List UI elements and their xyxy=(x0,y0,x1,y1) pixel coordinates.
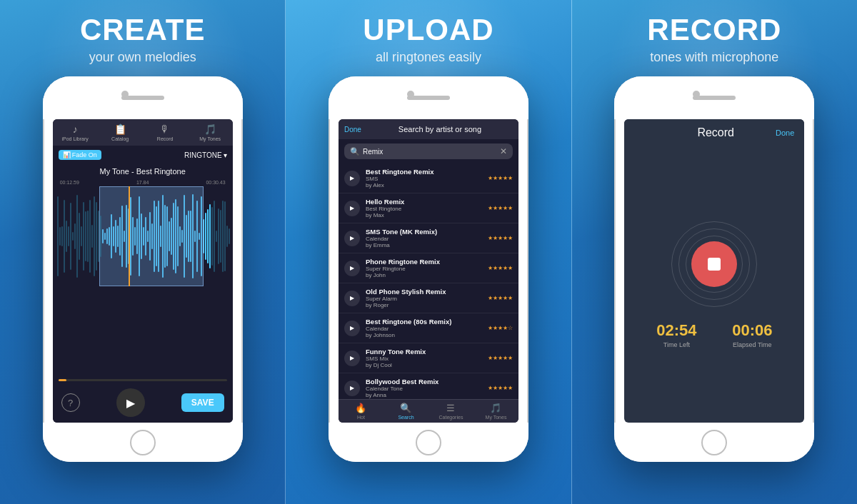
song-info: Hello Remix Best Ringtone by Max xyxy=(366,198,482,218)
song-play-button[interactable]: ▶ xyxy=(344,201,360,216)
tab-hot[interactable]: 🔥 Hot xyxy=(339,403,384,420)
help-icon: ? xyxy=(68,398,73,408)
nav-catalog-label: Catalog xyxy=(111,136,129,141)
time-left-block: 02:54 Time Left xyxy=(656,321,696,348)
list-item[interactable]: ▶ Old Phone Stylish Remix Super Alarm by… xyxy=(339,283,518,313)
list-item[interactable]: ▶ Hello Remix Best Ringtone by Max ★★★★★ xyxy=(339,193,518,223)
song-name: Best Ringtone (80s Remix) xyxy=(366,318,482,326)
track-title: My Tone - Best Ringtone xyxy=(53,164,233,178)
tab-search[interactable]: 🔍 Search xyxy=(384,403,428,420)
list-item[interactable]: ▶ Bollywood Best Remix Calendar Tone by … xyxy=(339,373,518,399)
clear-search-button[interactable]: ✕ xyxy=(500,146,507,156)
record-visual xyxy=(671,221,757,307)
waveform-canvas[interactable] xyxy=(56,186,230,286)
upload-screen: Done Search by artist or song 🔍 Remix ✕ … xyxy=(339,119,518,423)
save-button[interactable]: SAVE xyxy=(181,393,224,412)
song-info: Phone Ringtone Remix Super Ringtone by J… xyxy=(366,258,482,278)
song-name: Phone Ringtone Remix xyxy=(366,258,482,266)
record-phone-speaker xyxy=(693,96,736,100)
song-by: by Emma xyxy=(366,242,482,248)
play-icon: ▶ xyxy=(126,396,135,410)
nav-mytones-label: My Tones xyxy=(199,136,221,141)
done-button[interactable]: Done xyxy=(344,126,361,133)
stop-icon xyxy=(708,258,721,271)
song-play-button[interactable]: ▶ xyxy=(344,261,360,276)
record-nav-icon: 🎙 xyxy=(160,124,170,135)
song-sub: SMS xyxy=(366,176,482,182)
search-bar[interactable]: 🔍 Remix ✕ xyxy=(344,143,513,159)
create-phone: ♪ iPod Library 📋 Catalog 🎙 Record 🎵 My T… xyxy=(43,76,243,462)
song-play-button[interactable]: ▶ xyxy=(344,351,360,366)
playhead xyxy=(129,186,130,286)
tab-categories[interactable]: ☰ Categories xyxy=(428,403,473,420)
song-stars: ★★★★★ xyxy=(488,295,513,301)
song-play-button[interactable]: ▶ xyxy=(344,171,360,186)
progress-bar xyxy=(59,379,227,381)
elapsed-block: 00:06 Elapsed Time xyxy=(732,321,772,348)
song-play-button[interactable]: ▶ xyxy=(344,291,360,306)
song-play-button[interactable]: ▶ xyxy=(344,231,360,246)
song-stars: ★★★★★ xyxy=(488,205,513,211)
nav-ipod[interactable]: ♪ iPod Library xyxy=(53,124,98,141)
time-mid: 17.84 xyxy=(136,180,149,185)
record-home-button[interactable] xyxy=(701,430,727,455)
list-item[interactable]: ▶ SMS Tone (MK Remix) Calendar by Emma ★… xyxy=(339,223,518,253)
record-done-button[interactable]: Done xyxy=(776,128,794,137)
song-name: SMS Tone (MK Remix) xyxy=(366,228,482,236)
list-item[interactable]: ▶ Best Ringtone Remix SMS by Alex ★★★★★ xyxy=(339,163,518,193)
record-button[interactable] xyxy=(691,241,737,287)
song-list: ▶ Best Ringtone Remix SMS by Alex ★★★★★ … xyxy=(339,163,518,399)
play-button[interactable]: ▶ xyxy=(116,388,145,417)
song-by: by Anna xyxy=(366,392,482,398)
song-by: by Johnson xyxy=(366,332,482,338)
search-input[interactable]: Remix xyxy=(363,148,497,156)
nav-mytones[interactable]: 🎵 My Tones xyxy=(188,124,233,141)
record-phone: Record Done 02:54 xyxy=(614,76,814,462)
song-stars: ★★★★☆ xyxy=(488,325,513,331)
time-end: 00:30.43 xyxy=(206,180,225,185)
song-info: SMS Tone (MK Remix) Calendar by Emma xyxy=(366,228,482,248)
list-item[interactable]: ▶ Phone Ringtone Remix Super Ringtone by… xyxy=(339,253,518,283)
bottom-controls: ? ▶ SAVE xyxy=(53,384,233,423)
bottom-tabs: 🔥 Hot 🔍 Search ☰ Categories 🎵 My Tones xyxy=(339,399,518,423)
ringtone-header: 📊 Fade On RINGTONE ▾ xyxy=(53,146,233,164)
song-play-button[interactable]: ▶ xyxy=(344,321,360,336)
fade-button[interactable]: 📊 Fade On xyxy=(59,150,101,160)
tab-label: Search xyxy=(398,415,414,420)
nav-catalog[interactable]: 📋 Catalog xyxy=(98,124,143,141)
song-sub: Super Alarm xyxy=(366,296,482,302)
upload-home-button[interactable] xyxy=(416,430,441,455)
nav-record[interactable]: 🎙 Record xyxy=(143,124,188,141)
list-item[interactable]: ▶ Best Ringtone (80s Remix) Calendar by … xyxy=(339,313,518,343)
tab-icon: 🔥 xyxy=(355,403,366,413)
help-button[interactable]: ? xyxy=(61,393,80,412)
record-subtitle: tones with microphone xyxy=(650,50,778,65)
time-left-value: 02:54 xyxy=(656,321,696,340)
song-by: by Alex xyxy=(366,182,482,188)
ringtone-type[interactable]: RINGTONE ▾ xyxy=(184,151,227,159)
upload-panel: UPLOAD all ringtones easily Done Search … xyxy=(285,0,571,504)
song-info: Best Ringtone (80s Remix) Calendar by Jo… xyxy=(366,318,482,338)
record-main: 02:54 Time Left 00:06 Elapsed Time xyxy=(624,146,804,423)
bars-icon: 📊 xyxy=(63,151,71,158)
search-header-title: Search by artist or song xyxy=(367,125,513,133)
waveform-area: 00:12.59 17.84 00:30.43 xyxy=(56,178,230,376)
song-name: Old Phone Stylish Remix xyxy=(366,288,482,296)
song-sub: Super Ringtone xyxy=(366,266,482,272)
upload-title: UPLOAD xyxy=(363,13,493,47)
list-item[interactable]: ▶ Funny Tone Remix SMS Mix by Dj Cool ★★… xyxy=(339,343,518,373)
create-title: CREATE xyxy=(80,13,206,47)
upload-subtitle: all ringtones easily xyxy=(376,50,481,65)
elapsed-value: 00:06 xyxy=(732,321,772,340)
tab-label: My Tones xyxy=(486,415,507,420)
create-subtitle: your own melodies xyxy=(89,50,196,65)
tab-label: Hot xyxy=(357,415,365,420)
song-info: Best Ringtone Remix SMS by Alex xyxy=(366,168,482,188)
home-button[interactable] xyxy=(130,430,156,455)
phone-camera xyxy=(121,91,129,98)
song-play-button[interactable]: ▶ xyxy=(344,380,360,396)
song-by: by John xyxy=(366,272,482,278)
fade-label: Fade On xyxy=(72,151,97,158)
song-stars: ★★★★★ xyxy=(488,385,513,391)
tab-my tones[interactable]: 🎵 My Tones xyxy=(473,403,518,420)
